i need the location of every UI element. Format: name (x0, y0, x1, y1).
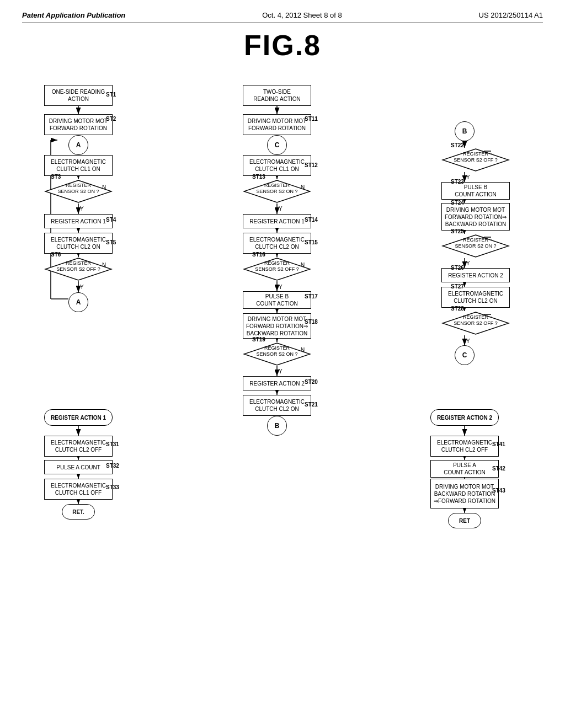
col3-st27-box: ELECTROMAGNETIC CLUTCH CL2 ON (441, 287, 510, 308)
col2-connector-c-top: C (267, 135, 287, 155)
st1-label: ST1 (106, 92, 116, 98)
svg-text:Y: Y (466, 174, 470, 180)
col3-connector-b-top: B (455, 121, 475, 141)
col2-connector-b-bottom: B (267, 416, 287, 436)
col1-st6-diamond: REGISTERSENSOR S2 OFF ? (44, 257, 113, 281)
st5-label: ST5 (106, 239, 116, 245)
col1-clutch-cl2: ELECTROMAGNETIC CLUTCH CL2 ON (44, 233, 113, 254)
col1b-st33-box: ELECTROMAGNETIC CLUTCH CL1 OFF (44, 479, 113, 500)
col2-st13-diamond: REGISTERSENSOR S2 ON ? (243, 179, 311, 204)
col2-st11-box: DRIVING MOTOR MOT FORWARD ROTATION (243, 114, 311, 135)
st28-label: ST28 (451, 306, 464, 312)
col1b-st31-box: ELECTROMAGNETIC CLUTCH CL2 OFF (44, 436, 113, 457)
diagram-area: N Y N Y (23, 73, 542, 702)
st25-label: ST25 (451, 228, 464, 234)
col1b-st32-box: PULSE A COUNT (44, 460, 113, 474)
st43-label: ST43 (492, 488, 505, 494)
st2-box: DRIVING MOTOR MOT FORWARD ROTATION (44, 114, 113, 135)
svg-text:Y: Y (279, 284, 282, 290)
st6-label: ST6 (51, 251, 61, 258)
col3-st24-box: DRIVING MOTOR MOT FORWARD ROTATION⇒ BACK… (441, 203, 510, 231)
st11-label: ST11 (305, 116, 318, 122)
col1-connector-a-bottom: A (68, 292, 88, 312)
col3b-st43-box: DRIVING MOTOR MOT BACKWARD ROTATION ⇒FOR… (430, 479, 499, 508)
col3b-ret: RET (448, 513, 481, 528)
svg-text:Y: Y (80, 206, 84, 212)
col3b-register-action2: REGISTER ACTION 2 (430, 409, 499, 426)
col2-st17-box: PULSE B COUNT ACTION (243, 291, 311, 309)
header-right: US 2012/250114 A1 (479, 11, 543, 19)
st13-label: ST13 (252, 174, 265, 180)
col2-st21-box: ELECTROMAGNETIC CLUTCH CL2 ON (243, 395, 311, 416)
col3-st28-diamond: REGISTERSENSOR S2 OFF ? (441, 311, 510, 335)
col2-st16-diamond: REGISTERSENSOR S2 OFF ? (243, 257, 311, 281)
header-left: Patent Application Publication (22, 11, 125, 19)
st2-label: ST2 (106, 116, 116, 122)
svg-text:Y: Y (279, 206, 282, 212)
st23-label: ST23 (451, 179, 464, 185)
st27-label: ST27 (451, 283, 464, 290)
st21-label: ST21 (305, 402, 318, 408)
col1b-register-action1: REGISTER ACTION 1 (44, 409, 113, 426)
col3b-st42-box: PULSE A COUNT ACTION (430, 460, 499, 478)
col1-connector-a-top: A (68, 135, 88, 155)
st3-label: ST3 (51, 174, 61, 180)
st32-label: ST32 (106, 463, 119, 469)
svg-text:Y: Y (466, 260, 470, 266)
col1-register-action1: REGISTER ACTION 1 (44, 214, 113, 228)
header-center: Oct. 4, 2012 Sheet 8 of 8 (262, 11, 342, 19)
col2-st20-box: REGISTER ACTION 2 (243, 376, 311, 390)
st31-label: ST31 (106, 441, 119, 447)
col2-st19-diamond: REGISTERSENSOR S2 ON ? (243, 342, 311, 366)
st15-label: ST15 (305, 239, 318, 245)
svg-text:Y: Y (466, 338, 470, 344)
col2-st12-box: ELECTROMAGNETIC CLUTCH CL1 ON (243, 155, 311, 176)
st14-label: ST14 (305, 217, 318, 223)
col3-connector-c-bottom: C (455, 345, 475, 365)
st17-label: ST17 (305, 293, 318, 299)
st42-label: ST42 (492, 465, 505, 472)
col2-st15-box: ELECTROMAGNETIC CLUTCH CL2 ON (243, 233, 311, 254)
st41-label: ST41 (492, 441, 505, 447)
svg-text:Y: Y (80, 284, 84, 290)
st16-label: ST16 (252, 251, 265, 258)
st4-label: ST4 (106, 217, 116, 223)
st19-label: ST19 (252, 336, 265, 342)
st22-label: ST22 (451, 142, 464, 148)
fig-title: FIG.8 (22, 29, 543, 62)
col1b-ret: RET. (62, 504, 95, 520)
st12-label: ST12 (305, 162, 318, 168)
col1-clutch-cl1: ELECTROMAGNETIC CLUTCH CL1 ON (44, 155, 113, 176)
col2-st14-box: REGISTER ACTION 1 (243, 214, 311, 228)
col3b-st41-box: ELECTROMAGNETIC CLUTCH CL2 OFF (430, 436, 499, 457)
st24-label: ST24 (451, 200, 464, 206)
page: Patent Application Publication Oct. 4, 2… (0, 0, 565, 728)
col2-title-box: TWO-SIDE READING ACTION (243, 85, 311, 106)
st18-label: ST18 (305, 319, 318, 325)
st20-label: ST20 (305, 379, 318, 385)
st33-label: ST33 (106, 484, 119, 490)
col2-st18-box: DRIVING MOTOR MOT FORWARD ROTATION⇒ BACK… (243, 313, 311, 339)
col3-st22-diamond: REGISTERSENSOR S2 OFF ? (441, 148, 510, 172)
col1-title-box: ONE-SIDE READING ACTION (44, 85, 113, 106)
st26-label: ST26 (451, 265, 464, 271)
col3-st25-diamond: REGISTERSENSOR S2 ON ? (441, 234, 510, 258)
col1-st3-diamond: REGISTERSENSOR S2 ON ? (44, 179, 113, 204)
svg-text:Y: Y (279, 368, 282, 374)
header: Patent Application Publication Oct. 4, 2… (22, 11, 543, 23)
